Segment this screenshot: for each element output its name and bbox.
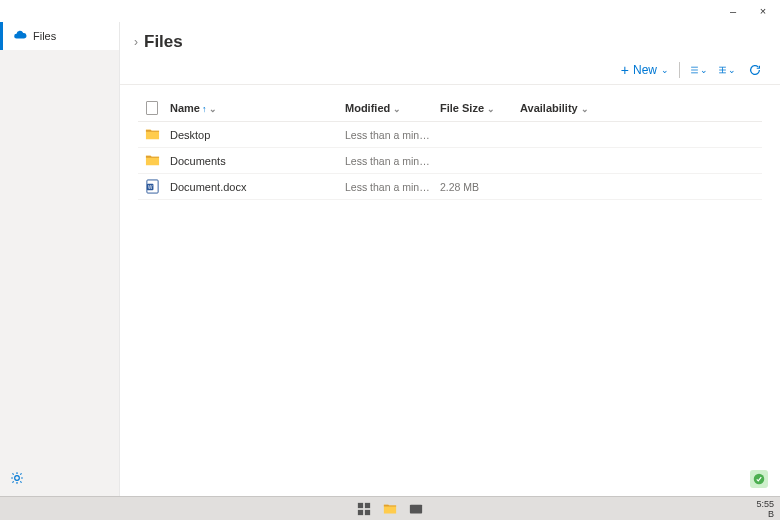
row-modified: Less than a minute ago	[341, 174, 436, 200]
minimize-button[interactable]: –	[718, 0, 748, 22]
titlebar: – ×	[0, 0, 780, 22]
sync-status-badge[interactable]	[750, 470, 768, 488]
app-body: Files › Files + New ⌄ ⌄	[0, 22, 780, 496]
file-type-icon	[146, 101, 158, 115]
col-name-label: Name	[170, 102, 200, 114]
page-header: › Files	[120, 22, 780, 58]
start-button[interactable]	[356, 502, 372, 516]
app-window: – × Files › Files +	[0, 0, 780, 520]
svg-rect-8	[410, 504, 422, 513]
toolbar: + New ⌄ ⌄ ⌄	[120, 58, 780, 85]
col-modified-label: Modified	[345, 102, 390, 114]
row-size: 2.28 MB	[436, 174, 516, 200]
row-name: Desktop	[166, 122, 341, 148]
row-availability	[516, 174, 762, 200]
clock-time: 5:55	[756, 499, 774, 509]
settings-button[interactable]	[10, 474, 24, 488]
row-size	[436, 122, 516, 148]
clock-extra: B	[756, 509, 774, 519]
col-size-label: File Size	[440, 102, 484, 114]
sidebar-bottom	[0, 463, 119, 496]
chevron-down-icon: ⌄	[661, 65, 669, 75]
row-icon-cell	[138, 148, 166, 174]
row-icon-cell: W	[138, 174, 166, 200]
col-icon[interactable]	[138, 95, 166, 122]
taskbar-center	[356, 502, 424, 516]
chevron-right-icon: ›	[134, 35, 138, 49]
col-availability[interactable]: Availability⌄	[516, 95, 762, 122]
sidebar-item-files[interactable]: Files	[0, 22, 119, 50]
explorer-taskbar-icon[interactable]	[382, 502, 398, 516]
chevron-down-icon: ⌄	[393, 104, 401, 114]
col-name[interactable]: Name↑⌄	[166, 95, 341, 122]
svg-rect-6	[358, 509, 363, 514]
chevron-down-icon: ⌄	[487, 104, 495, 114]
table-row[interactable]: DocumentsLess than a minute ago	[138, 148, 762, 174]
svg-rect-5	[365, 502, 370, 507]
toolbar-separator	[679, 62, 680, 78]
content-area: Name↑⌄ Modified⌄ File Size⌄ Availability…	[120, 85, 780, 496]
col-size[interactable]: File Size⌄	[436, 95, 516, 122]
sidebar-item-label: Files	[33, 30, 56, 42]
table-row[interactable]: DesktopLess than a minute ago	[138, 122, 762, 148]
chevron-down-icon: ⌄	[581, 104, 589, 114]
svg-rect-4	[358, 502, 363, 507]
new-button-label: New	[633, 63, 657, 77]
row-size	[436, 148, 516, 174]
sidebar: Files	[0, 22, 120, 496]
word-doc-icon: W	[145, 180, 160, 192]
svg-rect-7	[365, 509, 370, 514]
table-header-row: Name↑⌄ Modified⌄ File Size⌄ Availability…	[138, 95, 762, 122]
row-modified: Less than a minute ago	[341, 122, 436, 148]
row-availability	[516, 122, 762, 148]
row-availability	[516, 148, 762, 174]
file-table: Name↑⌄ Modified⌄ File Size⌄ Availability…	[138, 95, 762, 200]
chevron-down-icon: ⌄	[209, 104, 217, 114]
close-button[interactable]: ×	[748, 0, 778, 22]
taskbar: 5:55 B	[0, 496, 780, 520]
svg-text:W: W	[147, 185, 152, 190]
row-name: Document.docx	[166, 174, 341, 200]
system-tray[interactable]: 5:55 B	[756, 499, 780, 519]
new-button[interactable]: + New ⌄	[621, 63, 669, 77]
refresh-button[interactable]	[746, 63, 764, 77]
sort-button[interactable]: ⌄	[690, 63, 708, 77]
row-name: Documents	[166, 148, 341, 174]
sort-asc-icon: ↑	[202, 104, 207, 114]
folder-icon	[145, 154, 160, 166]
taskview-icon[interactable]	[408, 502, 424, 516]
plus-icon: +	[621, 63, 629, 77]
col-modified[interactable]: Modified⌄	[341, 95, 436, 122]
row-modified: Less than a minute ago	[341, 148, 436, 174]
folder-icon	[145, 128, 160, 140]
main-panel: › Files + New ⌄ ⌄ ⌄	[120, 22, 780, 496]
row-icon-cell	[138, 122, 166, 148]
table-row[interactable]: WDocument.docxLess than a minute ago2.28…	[138, 174, 762, 200]
view-button[interactable]: ⌄	[718, 63, 736, 77]
cloud-icon	[13, 28, 27, 44]
col-availability-label: Availability	[520, 102, 578, 114]
page-title: Files	[144, 32, 183, 52]
